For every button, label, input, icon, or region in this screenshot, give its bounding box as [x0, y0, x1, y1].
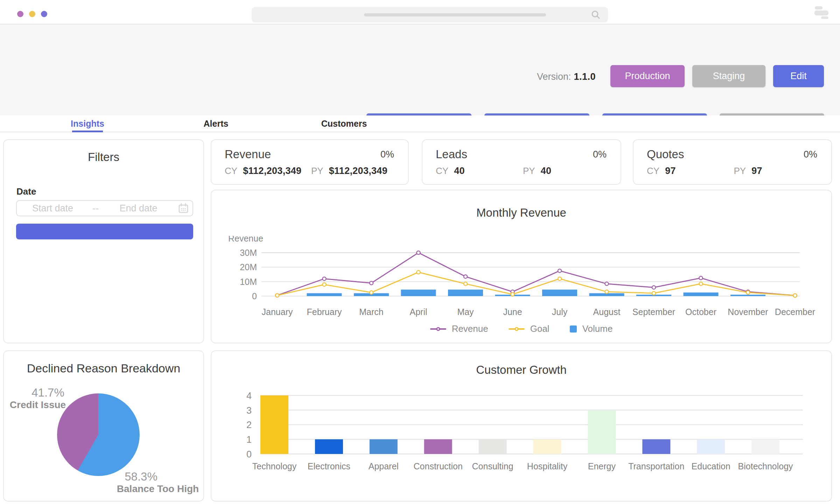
- svg-text:May: May: [457, 307, 474, 317]
- window-close-dot[interactable]: [17, 11, 23, 17]
- svg-text:10M: 10M: [240, 277, 257, 287]
- start-date-placeholder[interactable]: Start date: [17, 203, 89, 214]
- svg-text:February: February: [307, 307, 342, 317]
- pie-pct-credit-issue: 41.7%: [31, 386, 64, 399]
- svg-text:Revenue: Revenue: [228, 236, 263, 243]
- kpi-card-leads: Leads 0% CY40 PY40: [422, 139, 621, 185]
- pie-pct-balance-too-high: 58.3%: [125, 470, 158, 483]
- browser-title-bar: [0, 0, 840, 24]
- kpi-delta-badge: 0%: [593, 149, 607, 160]
- svg-text:Apparel: Apparel: [369, 461, 399, 471]
- cy-label: CY: [225, 166, 237, 176]
- svg-text:August: August: [593, 307, 621, 317]
- version-value: 1.1.0: [574, 71, 596, 82]
- declined-breakdown-pie[interactable]: [57, 393, 140, 476]
- svg-text:November: November: [728, 307, 768, 317]
- filters-title: Filters: [4, 150, 203, 164]
- monthly-revenue-plot[interactable]: Revenue30M20M10M0JanuaryFebruaryMarchApr…: [211, 236, 831, 330]
- svg-text:January: January: [262, 307, 293, 317]
- calendar-icon[interactable]: [174, 203, 192, 214]
- app-header: Version:1.1.0 Production Staging Edit Lo…: [0, 24, 840, 115]
- monthly-revenue-title: Monthly Revenue: [211, 206, 831, 219]
- svg-text:October: October: [685, 307, 716, 317]
- svg-text:Consulting: Consulting: [472, 461, 513, 471]
- version-info: Version:1.1.0: [537, 71, 596, 82]
- customer-growth-plot[interactable]: 01234TechnologyElectronicsApparelConstru…: [211, 383, 831, 488]
- customer-growth-chart-card: Customer Growth 01234TechnologyElectroni…: [211, 350, 832, 502]
- py-label: PY: [311, 166, 323, 176]
- staging-button[interactable]: Staging: [692, 65, 765, 87]
- legend-item-revenue[interactable]: Revenue: [430, 323, 488, 334]
- production-button[interactable]: Production: [610, 65, 685, 87]
- pie-label-balance-too-high: Balance Too High: [117, 483, 199, 495]
- svg-text:July: July: [552, 307, 568, 317]
- window-minimize-dot[interactable]: [29, 11, 35, 17]
- svg-text:Education: Education: [692, 461, 730, 471]
- kpi-title: Leads: [436, 148, 467, 161]
- cy-value: 97: [665, 166, 676, 176]
- svg-text:3: 3: [246, 405, 252, 416]
- customer-growth-title: Customer Growth: [211, 363, 831, 377]
- svg-text:April: April: [410, 307, 427, 317]
- svg-text:30M: 30M: [240, 248, 257, 258]
- py-label: PY: [734, 166, 746, 176]
- date-filter-label: Date: [16, 186, 36, 197]
- tab-insights[interactable]: Insights: [23, 115, 152, 132]
- tab-alerts[interactable]: Alerts: [152, 115, 280, 132]
- svg-text:0: 0: [252, 291, 257, 301]
- tab-bar: Insights Alerts Customers: [0, 115, 840, 132]
- svg-text:Electronics: Electronics: [308, 461, 350, 471]
- kpi-delta-badge: 0%: [380, 149, 394, 160]
- pie-label-credit-issue: Credit Issue: [10, 399, 66, 411]
- monthly-revenue-chart-card: Monthly Revenue Revenue30M20M10M0January…: [211, 190, 832, 343]
- window-maximize-dot[interactable]: [41, 11, 47, 17]
- cy-label: CY: [647, 166, 659, 176]
- svg-text:1: 1: [246, 434, 252, 445]
- browser-menu-icon[interactable]: [814, 6, 830, 20]
- search-icon: [591, 10, 600, 21]
- tab-customers[interactable]: Customers: [280, 115, 408, 132]
- svg-text:4: 4: [246, 391, 252, 401]
- cy-value: $112,203,349: [243, 166, 301, 176]
- py-value: 97: [751, 166, 762, 176]
- svg-text:2: 2: [246, 420, 252, 430]
- apply-filters-button[interactable]: [16, 224, 193, 239]
- py-value: $112,203,349: [329, 166, 387, 176]
- legend-item-goal[interactable]: Goal: [509, 323, 550, 334]
- svg-text:Energy: Energy: [588, 461, 616, 471]
- end-date-placeholder[interactable]: End date: [103, 203, 174, 214]
- svg-text:Hospitality: Hospitality: [527, 461, 568, 471]
- kpi-card-quotes: Quotes 0% CY97 PY97: [633, 139, 832, 185]
- svg-text:March: March: [359, 307, 383, 317]
- active-tab-underline: [72, 131, 103, 132]
- legend-item-volume[interactable]: Volume: [570, 323, 613, 334]
- date-range-separator: --: [89, 203, 103, 214]
- svg-text:0: 0: [246, 449, 252, 460]
- declined-breakdown-title: Declined Reason Breakdown: [4, 362, 203, 375]
- kpi-card-revenue: Revenue 0% CY$112,203,349 PY$112,203,349: [211, 139, 409, 185]
- svg-text:20M: 20M: [240, 262, 257, 272]
- svg-text:Construction: Construction: [414, 461, 463, 471]
- declined-breakdown-card: Declined Reason Breakdown 41.7% Credit I…: [3, 350, 204, 502]
- browser-address-bar[interactable]: [252, 7, 608, 22]
- kpi-title: Revenue: [225, 148, 271, 161]
- monthly-revenue-legend[interactable]: RevenueGoalVolume: [211, 323, 831, 334]
- cy-value: 40: [454, 166, 465, 176]
- address-text-placeholder: [364, 13, 546, 16]
- svg-text:Technology: Technology: [252, 461, 297, 471]
- svg-text:Biotechnology: Biotechnology: [738, 461, 793, 471]
- svg-text:September: September: [632, 307, 675, 317]
- kpi-delta-badge: 0%: [804, 149, 817, 160]
- version-label: Version:: [537, 71, 571, 82]
- filters-panel: Filters Date Start date -- End date: [3, 139, 204, 343]
- cy-label: CY: [436, 166, 448, 176]
- edit-button[interactable]: Edit: [773, 65, 824, 87]
- date-range-input[interactable]: Start date -- End date: [16, 200, 193, 216]
- py-value: 40: [541, 166, 552, 176]
- py-label: PY: [523, 166, 535, 176]
- svg-text:June: June: [503, 307, 522, 317]
- kpi-title: Quotes: [647, 148, 684, 161]
- svg-text:December: December: [775, 307, 815, 317]
- svg-text:Transportation: Transportation: [628, 461, 684, 471]
